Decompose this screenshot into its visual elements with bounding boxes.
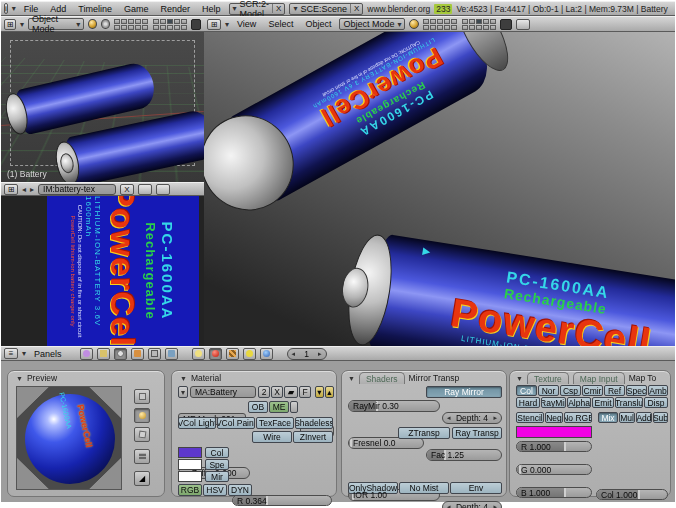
image-datablock-field[interactable]: IM:battery-tex	[38, 184, 116, 195]
zinvert-toggle[interactable]: ZInvert	[293, 431, 333, 443]
map-disp-toggle[interactable]: Disp	[644, 397, 668, 408]
context-shading-icon[interactable]	[114, 348, 127, 360]
image-delete-icon[interactable]: X	[120, 184, 134, 195]
sub-blend-button[interactable]: Sub	[653, 412, 668, 423]
shading-world-icon[interactable]	[260, 348, 273, 360]
ray-transp-toggle[interactable]: Ray Transp	[452, 427, 502, 439]
draw-type-icon[interactable]	[88, 19, 97, 29]
map-cmir-toggle[interactable]: Cmir	[582, 385, 603, 396]
me-toggle[interactable]: ME	[269, 401, 289, 413]
menu-object[interactable]: Object	[301, 19, 335, 29]
pivot-point-icon[interactable]	[101, 19, 110, 29]
preview-cube-button[interactable]	[134, 427, 150, 442]
map-col-slider[interactable]: Col 1.000	[596, 489, 668, 500]
preview-sphere-button[interactable]	[134, 408, 150, 423]
render-preview-icon[interactable]	[516, 19, 530, 30]
dyn-mode-button[interactable]: DYN	[228, 484, 252, 496]
menu-file[interactable]: File	[20, 4, 43, 14]
mode-selector[interactable]: Object Mode ▾	[339, 18, 405, 30]
preview-flat-button[interactable]	[134, 389, 150, 404]
mix-blend-button[interactable]: Mix	[598, 412, 618, 423]
context-logic-icon[interactable]	[80, 348, 93, 360]
main-3d-viewport[interactable]: PC-1600AA Rechargeable PowerCell LITHIUM…	[204, 32, 675, 346]
map-nor-toggle[interactable]: Nor	[538, 385, 559, 396]
shading-material-icon[interactable]	[209, 348, 222, 360]
viewport-type-icon[interactable]: ⊞	[207, 19, 221, 30]
buttons-window-type-icon[interactable]: ≡	[4, 348, 18, 359]
map-g-slider[interactable]: G 0.000	[516, 464, 592, 475]
next-image-icon[interactable]: ▸	[30, 185, 34, 194]
context-editing-icon[interactable]	[148, 348, 161, 360]
header-collapse-icon[interactable]: ▾	[12, 4, 16, 13]
rgb-mode-button[interactable]: RGB	[178, 484, 202, 496]
menu-view[interactable]: View	[233, 19, 260, 29]
preview-strip-button[interactable]	[134, 449, 150, 464]
screen-browse-icon[interactable]: ▾	[233, 4, 237, 13]
wire-toggle[interactable]: Wire	[252, 431, 292, 443]
mir-channel-button[interactable]: Mir	[205, 471, 229, 482]
spe-channel-button[interactable]: Spe	[205, 459, 229, 470]
spe-swatch[interactable]	[178, 459, 202, 470]
map-hard-toggle[interactable]: Hard	[516, 397, 540, 408]
ob-toggle[interactable]: OB	[248, 401, 268, 413]
ztransp-toggle[interactable]: ZTransp	[398, 427, 450, 439]
col-swatch[interactable]	[178, 447, 202, 458]
stencil-toggle[interactable]: Stencil	[516, 412, 544, 423]
scene-browse-icon[interactable]: ▾	[293, 4, 297, 13]
viewport-collapse-icon[interactable]: ▾	[20, 20, 24, 29]
scene-delete-icon[interactable]: X	[350, 4, 359, 13]
frame-number-field[interactable]: ◂ 1 ▸	[287, 348, 327, 360]
screen-selector[interactable]: ▾ SCR:2-Model X	[229, 3, 286, 15]
transp-depth-field[interactable]: ◂Depth: 4▸	[442, 501, 502, 508]
no-rgb-toggle[interactable]: No RGB	[564, 412, 592, 423]
material-browse-button[interactable]: ▾	[178, 386, 188, 398]
window-type-icon[interactable]: i	[4, 3, 8, 14]
map-ref-toggle[interactable]: Ref	[604, 385, 625, 396]
mirror-fac-slider[interactable]: Fac 1.25	[426, 449, 502, 461]
layer-buttons[interactable]	[114, 19, 187, 30]
shading-texture-icon[interactable]	[226, 348, 239, 360]
map-translu-toggle[interactable]: Translu	[615, 397, 643, 408]
mirror-depth-field[interactable]: ◂Depth: 4▸	[442, 412, 502, 424]
tab-map-input[interactable]: Map Input	[573, 372, 625, 384]
add-blend-button[interactable]: Add	[636, 412, 652, 423]
menu-add[interactable]: Add	[46, 4, 70, 14]
hsv-mode-button[interactable]: HSV	[203, 484, 227, 496]
image-pin-icon[interactable]	[156, 184, 170, 195]
panel-collapse-icon[interactable]: ▼	[180, 375, 187, 382]
material-index-prev[interactable]	[290, 401, 298, 413]
fake-user-button[interactable]: F	[299, 386, 311, 398]
image-editor-type-icon[interactable]: ⊞	[4, 184, 18, 195]
screen-delete-icon[interactable]: X	[272, 4, 281, 13]
tab-texture[interactable]: Texture	[527, 372, 569, 384]
tab-map-to[interactable]: Map To	[629, 373, 657, 383]
no-mist-toggle[interactable]: No Mist	[399, 482, 449, 494]
shading-radiosity-icon[interactable]	[243, 348, 256, 360]
texface-toggle[interactable]: TexFace	[256, 417, 294, 429]
map-alpha-toggle[interactable]: Alpha	[567, 397, 591, 408]
map-amb-toggle[interactable]: Amb	[648, 385, 668, 396]
shadeless-toggle[interactable]: Shadeless	[295, 417, 333, 429]
panels-collapse-icon[interactable]: ▾	[22, 349, 26, 358]
map-emit-toggle[interactable]: Emit	[592, 397, 614, 408]
context-script-icon[interactable]	[97, 348, 110, 360]
auto-name-button[interactable]: ▰	[284, 386, 298, 398]
ray-mirror-toggle[interactable]: Ray Mirror	[426, 386, 502, 398]
r-slider[interactable]: R 0.364	[232, 495, 332, 506]
menu-help[interactable]: Help	[198, 4, 225, 14]
menu-render[interactable]: Render	[157, 4, 195, 14]
raymir-slider[interactable]: RayMir 0.30	[348, 400, 440, 412]
viewport-collapse-icon[interactable]: ▾	[225, 20, 229, 29]
mul-blend-button[interactable]: Mul	[619, 412, 635, 423]
env-toggle[interactable]: Env	[450, 482, 502, 494]
panel-collapse-icon[interactable]: ▼	[16, 375, 23, 382]
shading-lamp-icon[interactable]	[192, 348, 205, 360]
panel-collapse-icon[interactable]: ▼	[516, 375, 523, 382]
vcol-paint-toggle[interactable]: VCol Paint	[217, 417, 255, 429]
viewport-type-icon[interactable]: ⊞	[4, 19, 16, 30]
draw-type-icon[interactable]	[409, 19, 419, 29]
tab-shaders[interactable]: Shaders	[359, 372, 405, 384]
image-pack-icon[interactable]	[138, 184, 152, 195]
preview-render-button[interactable]: ◢	[134, 471, 150, 486]
panels-menu[interactable]: Panels	[30, 349, 66, 359]
